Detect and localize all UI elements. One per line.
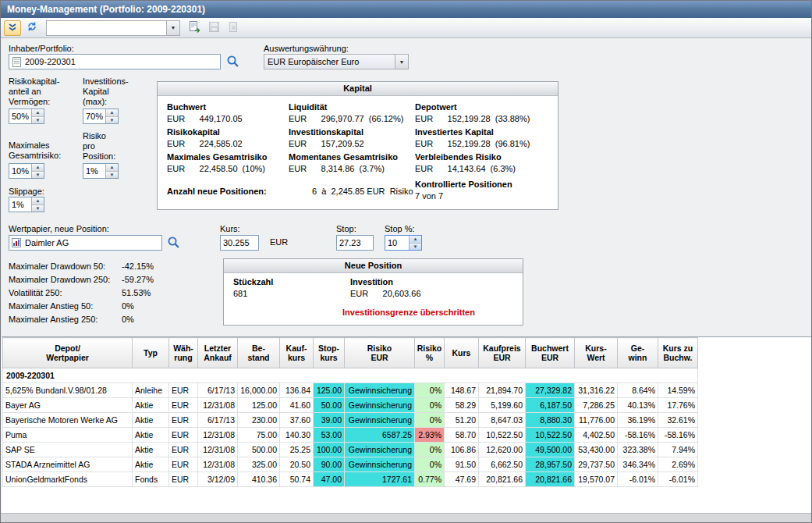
column-header[interactable]: Depot/ Wertpapier bbox=[3, 338, 133, 368]
cell: 6/17/13 bbox=[198, 383, 238, 398]
spin-down-icon[interactable]: ▼ bbox=[32, 117, 44, 124]
table-row[interactable]: STADA Arzneimittel AGAktieEUR12/31/08325… bbox=[3, 457, 698, 472]
slippage-spinner[interactable]: 1% ▲▼ bbox=[9, 197, 44, 212]
column-header[interactable]: Kurs bbox=[445, 338, 479, 368]
column-header[interactable]: Be- stand bbox=[238, 338, 280, 368]
table-row[interactable]: Bayer AGAktieEUR12/31/08125.0041.6050.00… bbox=[3, 398, 698, 413]
spin-up-icon[interactable]: ▲ bbox=[106, 109, 118, 117]
cell: EUR bbox=[169, 428, 198, 443]
toolbar-delete-button[interactable] bbox=[225, 20, 242, 36]
risikokapital-anteil-spinner[interactable]: 50% ▲▼ bbox=[9, 109, 44, 124]
investitions-kapital-spinner[interactable]: 70% ▲▼ bbox=[83, 109, 119, 124]
cell: 125.00 bbox=[238, 398, 280, 413]
kapital-item: Maximales GesamtrisikoEUR 22,458.50 (10%… bbox=[167, 151, 267, 175]
column-header[interactable]: Wäh- rung bbox=[169, 338, 198, 368]
cell: STADA Arzneimittel AG bbox=[3, 457, 133, 472]
spin-up-icon[interactable]: ▲ bbox=[32, 109, 44, 117]
column-header[interactable]: Typ bbox=[133, 338, 169, 368]
table-header-row: Depot/ WertpapierTypWäh- rungLetzter Ank… bbox=[3, 338, 698, 368]
cell: Gewinnsicherung bbox=[345, 443, 415, 457]
group-row[interactable]: 2009-220301 bbox=[3, 368, 698, 383]
spin-down-icon[interactable]: ▼ bbox=[32, 172, 44, 179]
save-icon bbox=[208, 21, 220, 35]
cell: 346.34% bbox=[618, 457, 658, 472]
cell: 3/12/09 bbox=[198, 472, 238, 487]
cell: 37.60 bbox=[280, 413, 314, 428]
column-header[interactable]: Ge- winn bbox=[618, 338, 658, 368]
wertpapier-search-button[interactable] bbox=[166, 236, 180, 250]
spin-down-icon[interactable]: ▼ bbox=[32, 205, 44, 212]
cell: EUR bbox=[169, 398, 198, 413]
spin-down-icon[interactable]: ▼ bbox=[410, 244, 421, 251]
cell: 0% bbox=[415, 443, 445, 457]
stat-label: Maximaler Drawdown 250: bbox=[9, 275, 110, 285]
waehrung-select[interactable]: EUR Europäischer Euro ▼ bbox=[264, 54, 409, 69]
app-window: Money-Management (Portfolio: 2009-220301… bbox=[0, 0, 812, 523]
stop-input[interactable] bbox=[336, 235, 374, 251]
spin-up-icon[interactable]: ▲ bbox=[410, 236, 421, 244]
cell: 323.38% bbox=[618, 443, 658, 457]
table-row[interactable]: UnionGeldmarktFondsFondsEUR3/12/09410.36… bbox=[3, 472, 698, 487]
anzahl-positionen-label: Anzahl neue Positionen: bbox=[167, 186, 267, 197]
positions-table-area: Depot/ WertpapierTypWäh- rungLetzter Ank… bbox=[2, 336, 811, 514]
kapital-item: DepotwertEUR 152,199.28 (33.88%) bbox=[415, 101, 530, 125]
risiko-pro-position-spinner[interactable]: 1% ▲▼ bbox=[83, 163, 119, 179]
column-header[interactable]: Buchwert EUR bbox=[526, 338, 575, 368]
chevron-down-icon[interactable]: ▼ bbox=[395, 55, 408, 69]
column-header[interactable]: Kaufpreis EUR bbox=[479, 338, 526, 368]
neue-position-groupbox: Neue Position Stückzahl 681 Investition … bbox=[223, 258, 523, 326]
cell: 27,329.82 bbox=[526, 383, 575, 398]
spin-up-icon[interactable]: ▲ bbox=[32, 197, 44, 205]
refresh-icon bbox=[27, 21, 37, 34]
kontrollierte-positionen: Kontrollierte Positionen 7 von 7 bbox=[415, 179, 512, 202]
cell: 58.70 bbox=[445, 428, 479, 443]
refresh-button[interactable] bbox=[23, 20, 41, 36]
table-row[interactable]: SAP SEAktieEUR12/31/08500.0025.25100.00G… bbox=[3, 443, 698, 457]
cell: Gewinnsicherung bbox=[345, 383, 415, 398]
cell: 2.93% bbox=[415, 428, 445, 443]
portfolio-search-button[interactable] bbox=[225, 55, 239, 69]
cell: 17.76% bbox=[658, 398, 698, 413]
column-header[interactable]: Letzter Ankauf bbox=[198, 338, 238, 368]
column-header[interactable]: Risiko EUR bbox=[345, 338, 415, 368]
cell: 8,647.03 bbox=[479, 413, 526, 428]
column-header[interactable]: Stop- kurs bbox=[314, 338, 345, 368]
double-chevron-down-icon bbox=[9, 22, 16, 34]
wertpapier-input[interactable] bbox=[9, 235, 162, 251]
cell: Bayer AG bbox=[3, 398, 133, 413]
spin-down-icon[interactable]: ▼ bbox=[106, 117, 118, 124]
cell: 100.00 bbox=[314, 443, 345, 457]
spin-up-icon[interactable]: ▲ bbox=[32, 164, 44, 172]
cell: 5,625% Bundanl.V.98/01.28 bbox=[3, 383, 133, 398]
search-icon bbox=[167, 240, 180, 251]
cell: 20,821.66 bbox=[526, 472, 575, 487]
group-cell: 2009-220301 bbox=[3, 368, 698, 383]
inhaber-input[interactable] bbox=[9, 54, 221, 69]
toolbar-combobox[interactable]: ▼ bbox=[46, 20, 180, 36]
expand-toolbar-button[interactable] bbox=[4, 20, 21, 36]
spin-down-icon[interactable]: ▼ bbox=[106, 172, 118, 179]
table-row[interactable]: Bayerische Motoren Werke AGAktieEUR6/17/… bbox=[3, 413, 698, 428]
cell: 230.00 bbox=[238, 413, 280, 428]
stop-pct-label: Stop %: bbox=[385, 224, 415, 234]
bottom-strip bbox=[1, 513, 811, 523]
chevron-down-icon[interactable]: ▼ bbox=[166, 21, 179, 35]
column-header[interactable]: Kauf- kurs bbox=[280, 338, 314, 368]
kurs-input[interactable] bbox=[220, 235, 259, 251]
cell: Puma bbox=[3, 428, 133, 443]
toolbar-export-button[interactable] bbox=[186, 20, 203, 36]
max-gesamtrisiko-spinner[interactable]: 10% ▲▼ bbox=[9, 163, 44, 179]
cell: 10,522.50 bbox=[526, 428, 575, 443]
column-header[interactable]: Kurs zu Buchw. bbox=[658, 338, 698, 368]
spin-up-icon[interactable]: ▲ bbox=[106, 164, 118, 172]
column-header[interactable]: Risiko % bbox=[415, 338, 445, 368]
column-header[interactable]: Kurs- Wert bbox=[575, 338, 618, 368]
cell: 51.20 bbox=[445, 413, 479, 428]
stop-pct-spinner[interactable]: 10 ▲▼ bbox=[385, 235, 422, 251]
stop-label: Stop: bbox=[336, 224, 356, 234]
kapital-item: BuchwertEUR 449,170.05 bbox=[167, 101, 243, 125]
toolbar-save-button[interactable] bbox=[205, 20, 222, 36]
table-row[interactable]: 5,625% Bundanl.V.98/01.28AnleiheEUR6/17/… bbox=[3, 383, 698, 398]
table-row[interactable]: PumaAktieEUR12/31/0875.00140.3053.006587… bbox=[3, 428, 698, 443]
cell: EUR bbox=[169, 443, 198, 457]
